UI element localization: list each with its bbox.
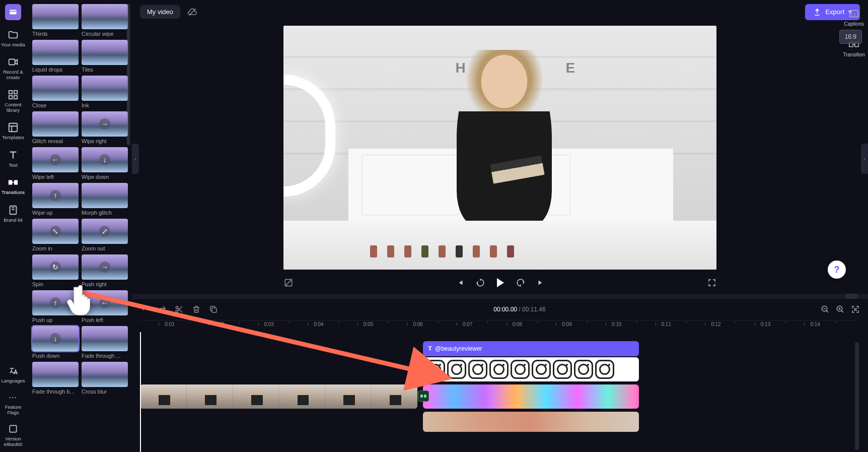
transition-wipe-up[interactable]: ↑Wipe up	[32, 183, 79, 216]
fullscreen-button[interactable]	[707, 278, 716, 287]
svg-rect-22	[420, 395, 423, 398]
transition-label: Zoom out	[82, 245, 128, 251]
video-preview[interactable]: H M E	[283, 26, 716, 270]
svg-rect-1	[9, 59, 15, 65]
transition-label: Wipe right	[82, 138, 128, 144]
transition-circular-wipe[interactable]: Circular wipe	[82, 4, 128, 37]
transition-label: Wipe left	[32, 174, 79, 180]
svg-rect-8	[14, 180, 18, 184]
transition-zoom-out[interactable]: ⤢Zoom out	[82, 219, 128, 251]
nav-text[interactable]: Text	[8, 150, 19, 168]
transition-morph-glitch[interactable]: Morph glitch	[82, 183, 128, 216]
nav-brand[interactable]: Brand kit	[4, 205, 23, 223]
forward-button[interactable]	[515, 277, 526, 288]
transition-label: Morph glitch	[82, 210, 128, 216]
timeline-tracks[interactable]: T@beautyreviewer	[140, 332, 860, 452]
transitions-panel: ThirdsCircular wipeLiquid dropsTilesClos…	[26, 0, 132, 452]
timeline-ruler[interactable]: 0:010:020:030:040:050:060:070:080:090:10…	[140, 320, 860, 332]
aspect-ratio-selector[interactable]: 16:9	[839, 30, 862, 44]
project-title[interactable]: My video	[140, 5, 180, 19]
help-button[interactable]: ?	[828, 261, 846, 279]
hide-overlay-button[interactable]	[283, 278, 294, 288]
nav-content[interactable]: Content library	[0, 89, 26, 113]
nav-templates[interactable]: Templates	[2, 122, 24, 140]
preview-stage: ‹ › 16:9 H M E ?	[132, 24, 868, 294]
transition-thumb	[82, 40, 128, 65]
audio-clip[interactable]	[423, 412, 639, 432]
duplicate-button[interactable]	[208, 304, 219, 314]
transition-fade-through[interactable]: Fade through ...	[82, 326, 128, 359]
transition-thirds[interactable]: Thirds	[32, 4, 79, 37]
playhead[interactable]	[140, 332, 141, 452]
video-clip-2[interactable]	[423, 384, 639, 409]
instagram-icon	[468, 360, 487, 379]
delete-button[interactable]	[191, 304, 201, 314]
instagram-icon	[574, 360, 593, 379]
transition-thumb: ↻	[32, 254, 79, 280]
app-logo[interactable]	[5, 4, 21, 20]
transition-zoom-in[interactable]: ⤡Zoom in	[32, 219, 79, 251]
play-button[interactable]	[495, 277, 506, 288]
instagram-icon	[595, 360, 614, 379]
transition-close[interactable]: Close	[32, 76, 79, 108]
transition-thumb	[82, 4, 128, 29]
timeline: 00:00.00 / 00:11.46 0:010:020:030:040:05…	[132, 299, 868, 452]
svg-rect-12	[850, 11, 858, 17]
instagram-icon	[489, 360, 509, 379]
nav-flags[interactable]: ⋯Feature Flags	[0, 392, 26, 415]
rewind-button[interactable]	[475, 277, 486, 288]
transition-fade-through-b[interactable]: Fade through b...	[32, 362, 79, 395]
zoom-out-button[interactable]	[821, 305, 830, 314]
svg-point-18	[176, 310, 178, 312]
transition-spin[interactable]: ↻Spin	[32, 254, 79, 287]
nav-record[interactable]: Record & create	[0, 56, 26, 80]
transition-thumb: ⤢	[82, 219, 128, 244]
transition-push-up[interactable]: ↑Push up	[32, 290, 79, 323]
transition-badge[interactable]	[418, 391, 429, 402]
panel-scrollbar[interactable]	[127, 4, 130, 145]
transition-thumb	[32, 4, 79, 29]
transition-cross-blur[interactable]: Cross blur	[82, 362, 128, 395]
nav-languages[interactable]: Languages	[1, 365, 25, 383]
ruler-tick: 0:14	[810, 321, 820, 327]
nav-your-media[interactable]: Your media	[1, 29, 25, 47]
your-media-icon	[8, 29, 19, 40]
transition-push-right[interactable]: →Push right	[82, 254, 128, 287]
transition-wipe-left[interactable]: ←Wipe left	[32, 147, 79, 180]
transition-glitch-reveal[interactable]: Glitch reveal	[32, 111, 79, 144]
skip-fwd-button[interactable]	[535, 277, 546, 288]
transition-thumb	[32, 76, 79, 101]
transition-thumb	[32, 111, 79, 137]
collapse-left-panel[interactable]: ‹	[132, 144, 139, 174]
timeline-scrollbar[interactable]	[855, 342, 859, 450]
zoom-in-button[interactable]	[836, 305, 845, 314]
redo-button[interactable]	[157, 304, 167, 314]
transition-label: Spin	[32, 281, 79, 287]
transition-label: Fade through b...	[32, 389, 79, 395]
svg-rect-3	[14, 91, 17, 94]
nav-version[interactable]: Version e8bed60	[0, 423, 26, 447]
fit-button[interactable]	[851, 305, 860, 314]
playback-controls	[283, 274, 716, 292]
panel-resize-handle[interactable]	[132, 294, 868, 299]
collapse-right-panel[interactable]: ›	[861, 144, 868, 174]
ruler-tick: 0:12	[711, 321, 720, 327]
skip-back-button[interactable]	[455, 277, 466, 288]
cloud-sync-icon[interactable]	[187, 7, 197, 17]
transition-ink[interactable]: Ink	[82, 76, 128, 108]
transition-wipe-down[interactable]: ↓Wipe down	[82, 147, 128, 180]
ruler-tick: 0:04	[314, 321, 323, 327]
transition-liquid-drops[interactable]: Liquid drops	[32, 40, 79, 73]
instagram-clip[interactable]	[423, 357, 639, 381]
transition-push-left[interactable]: ←Push left	[82, 290, 128, 323]
video-clip-1[interactable]	[140, 384, 417, 409]
transition-thumb: ↓	[32, 326, 79, 351]
text-clip-label: @beautyreviewer	[435, 345, 482, 352]
split-button[interactable]	[174, 304, 184, 314]
undo-button[interactable]	[140, 304, 150, 314]
transition-push-down[interactable]: ↓Push down	[32, 326, 79, 359]
transition-tiles[interactable]: Tiles	[82, 40, 128, 73]
nav-transitions[interactable]: Transitions	[2, 177, 25, 195]
text-clip[interactable]: T@beautyreviewer	[423, 341, 639, 356]
transition-wipe-right[interactable]: →Wipe right	[82, 111, 128, 144]
